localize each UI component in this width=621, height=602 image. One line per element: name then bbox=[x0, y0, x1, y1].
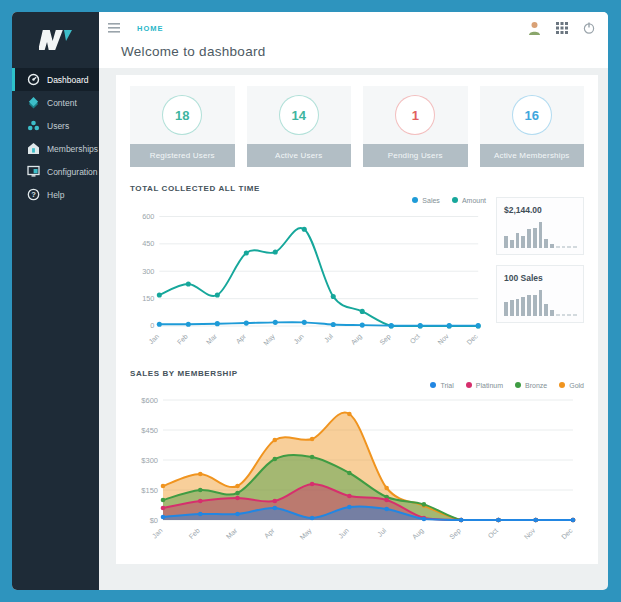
stat-card[interactable]: 14Active Users bbox=[247, 86, 352, 167]
svg-text:$0: $0 bbox=[150, 516, 158, 525]
stat-card-body: 16 bbox=[480, 86, 585, 144]
sidebar-nav: DashboardContentUsersMembershipsConfigur… bbox=[12, 68, 99, 206]
legend-label: Sales bbox=[422, 197, 440, 204]
sidebar-item-label: Content bbox=[47, 98, 77, 108]
svg-text:May: May bbox=[262, 332, 277, 347]
mini-dash bbox=[567, 246, 571, 248]
legend-item-sales[interactable]: Sales bbox=[412, 197, 440, 204]
stat-value-circle: 1 bbox=[395, 95, 435, 135]
svg-text:Dec: Dec bbox=[560, 526, 574, 540]
svg-text:Mar: Mar bbox=[205, 332, 219, 346]
svg-text:Oct: Oct bbox=[487, 527, 500, 540]
legend-item-gold[interactable]: Gold bbox=[559, 382, 584, 389]
legend-dot-icon bbox=[452, 197, 458, 203]
svg-text:$150: $150 bbox=[141, 486, 158, 495]
svg-text:Jul: Jul bbox=[376, 526, 388, 538]
line-chart-legend: SalesAmount bbox=[130, 193, 486, 207]
sidebar-item-label: Dashboard bbox=[47, 75, 89, 85]
legend-dot-icon bbox=[466, 382, 472, 388]
legend-label: Bronze bbox=[525, 382, 547, 389]
mini-bar bbox=[533, 295, 537, 316]
svg-text:Feb: Feb bbox=[176, 332, 189, 345]
sidebar-item-memberships[interactable]: Memberships bbox=[12, 137, 99, 160]
svg-text:Nov: Nov bbox=[436, 332, 450, 346]
mini-bar bbox=[539, 222, 543, 248]
svg-text:Jul: Jul bbox=[323, 332, 334, 343]
sidebar-item-label: Memberships bbox=[47, 144, 98, 154]
grid-menu-icon[interactable] bbox=[556, 22, 568, 34]
content-icon bbox=[27, 96, 40, 109]
dashboard-icon bbox=[27, 73, 40, 86]
sidebar-item-dashboard[interactable]: Dashboard bbox=[12, 68, 99, 91]
hamburger-menu-icon[interactable] bbox=[108, 23, 120, 33]
stat-card[interactable]: 18Registered Users bbox=[130, 86, 235, 167]
mini-bar bbox=[544, 304, 548, 316]
configuration-icon bbox=[27, 165, 40, 178]
svg-text:Feb: Feb bbox=[188, 527, 202, 541]
sidebar-item-label: Users bbox=[47, 121, 69, 131]
svg-text:Sep: Sep bbox=[448, 527, 463, 542]
mini-bar bbox=[527, 229, 531, 249]
breadcrumb[interactable]: HOME bbox=[137, 24, 164, 33]
total-collected-section: TOTAL COLLECTED ALL TIME SalesAmount 015… bbox=[130, 184, 584, 357]
mini-bar-chart bbox=[504, 290, 577, 316]
svg-text:300: 300 bbox=[142, 267, 154, 276]
sidebar-item-content[interactable]: Content bbox=[12, 91, 99, 114]
svg-text:Jun: Jun bbox=[292, 332, 305, 345]
page-title: Welcome to dashboard bbox=[121, 44, 595, 59]
legend-item-bronze[interactable]: Bronze bbox=[515, 382, 547, 389]
sidebar-item-label: Help bbox=[47, 190, 64, 200]
mini-bar bbox=[510, 240, 514, 248]
svg-text:150: 150 bbox=[142, 294, 154, 303]
svg-text:Apr: Apr bbox=[235, 332, 249, 346]
svg-text:Jan: Jan bbox=[147, 332, 160, 345]
svg-text:Sep: Sep bbox=[378, 332, 392, 346]
mini-dash bbox=[567, 314, 571, 316]
stat-card-body: 14 bbox=[247, 86, 352, 144]
sidebar-item-users[interactable]: Users bbox=[12, 114, 99, 137]
svg-text:$600: $600 bbox=[141, 396, 158, 405]
svg-text:450: 450 bbox=[142, 239, 154, 248]
mini-bar bbox=[533, 228, 537, 248]
sales-by-membership-section: SALES BY MEMBERSHIP TrialPlatinumBronzeG… bbox=[130, 369, 584, 552]
stat-label: Active Users bbox=[247, 144, 352, 167]
stat-card-body: 1 bbox=[363, 86, 468, 144]
legend-item-trial[interactable]: Trial bbox=[430, 382, 453, 389]
mini-bar bbox=[527, 295, 531, 316]
section-title-total-collected: TOTAL COLLECTED ALL TIME bbox=[130, 184, 584, 193]
mini-bar-chart bbox=[504, 222, 577, 248]
svg-text:Mar: Mar bbox=[225, 526, 239, 540]
sidebar-item-configuration[interactable]: Configuration bbox=[12, 160, 99, 183]
mini-bar bbox=[550, 310, 554, 317]
area-chart: $0$150$300$450$600JanFebMarAprMayJunJulA… bbox=[130, 392, 584, 552]
svg-text:Dec: Dec bbox=[465, 332, 479, 346]
stat-card[interactable]: 1Pending Users bbox=[363, 86, 468, 167]
stat-card[interactable]: 16Active Memberships bbox=[480, 86, 585, 167]
logo-w-icon bbox=[39, 28, 73, 52]
mini-bar bbox=[521, 236, 525, 248]
mini-bar bbox=[516, 299, 520, 316]
line-chart: 0150300450600JanFebMarAprMayJunJulAugSep… bbox=[130, 207, 486, 357]
sidebar-item-help[interactable]: ?Help bbox=[12, 183, 99, 206]
legend-label: Platinum bbox=[476, 382, 503, 389]
sidebar: DashboardContentUsersMembershipsConfigur… bbox=[12, 12, 99, 590]
app-logo[interactable] bbox=[12, 12, 99, 68]
sidebar-item-label: Configuration bbox=[47, 167, 98, 177]
legend-dot-icon bbox=[559, 382, 565, 388]
main-area: HOME bbox=[99, 12, 608, 590]
mini-cards-column: $2,144.00100 Sales bbox=[496, 197, 584, 357]
stat-value-circle: 18 bbox=[162, 95, 202, 135]
mini-bar bbox=[550, 244, 554, 248]
legend-dot-icon bbox=[430, 382, 436, 388]
legend-item-platinum[interactable]: Platinum bbox=[466, 382, 503, 389]
mini-bar-card: $2,144.00 bbox=[496, 197, 584, 255]
stat-value-circle: 14 bbox=[279, 95, 319, 135]
svg-text:$300: $300 bbox=[141, 456, 158, 465]
legend-item-amount[interactable]: Amount bbox=[452, 197, 486, 204]
user-avatar-icon[interactable] bbox=[528, 21, 541, 35]
legend-label: Trial bbox=[440, 382, 453, 389]
stats-row: 18Registered Users14Active Users1Pending… bbox=[130, 86, 584, 167]
mini-card-title: 100 Sales bbox=[504, 273, 577, 283]
mini-dash bbox=[556, 314, 560, 316]
power-icon[interactable] bbox=[583, 22, 595, 34]
